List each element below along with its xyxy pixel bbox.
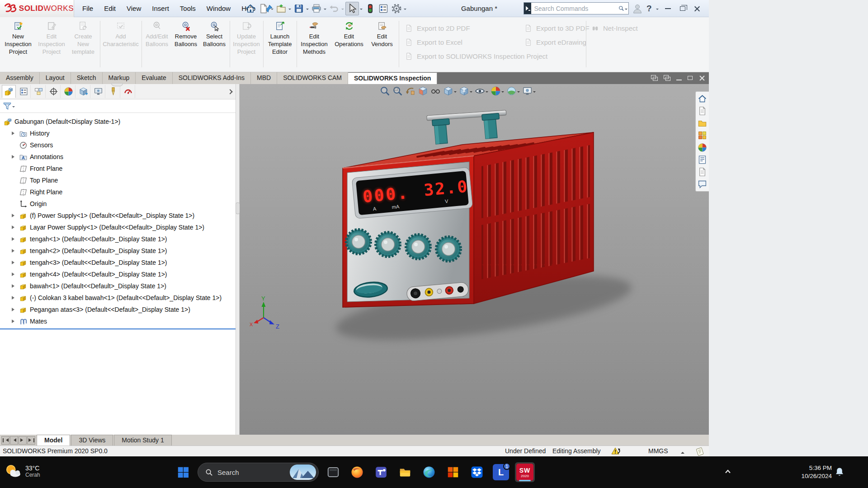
inspection-tab[interactable] [121, 85, 135, 98]
pane-cascade-icon[interactable] [664, 75, 672, 81]
tree-item-layar-power-supply[interactable]: Layar Power Supply<1> (Default<<Default>… [0, 221, 236, 233]
restore-button[interactable] [677, 3, 689, 14]
tree-item-mates[interactable]: Mates [0, 315, 236, 327]
tree-item-top-plane[interactable]: Top Plane [0, 174, 236, 186]
help-dropdown[interactable] [656, 9, 659, 11]
net-inspect-button[interactable]: Net-Inspect [591, 24, 638, 32]
options-dropdown[interactable] [404, 9, 406, 11]
doc-close-button[interactable] [699, 75, 705, 81]
design-library-icon[interactable] [698, 106, 707, 116]
firefox-icon[interactable] [347, 462, 367, 482]
appearances-icon[interactable] [698, 143, 707, 152]
zoom-area-icon[interactable] [392, 86, 403, 96]
tray-chevron-icon[interactable] [723, 467, 732, 476]
launch-template-editor-button[interactable]: Launch Template Editor [266, 21, 294, 56]
taskbar-search[interactable]: Search [198, 463, 319, 482]
cam-tools-tab[interactable] [106, 85, 120, 98]
doc-minimize-button[interactable] [676, 80, 682, 80]
filter-dropdown[interactable] [12, 106, 15, 109]
expand-arrow-icon[interactable] [12, 248, 18, 254]
tab-3d-views[interactable]: 3D Views [71, 435, 113, 446]
edit-appearance-icon[interactable] [491, 86, 504, 96]
tab-model[interactable]: Model [37, 435, 70, 446]
file-explorer-icon[interactable] [395, 462, 415, 482]
tree-item-tengah-1[interactable]: tengah<1> (Default<<Default>_Display Sta… [0, 233, 236, 245]
section-view-icon[interactable] [418, 86, 428, 96]
search-commands-box[interactable] [524, 2, 629, 14]
tree-item-pegangan-atas[interactable]: Pegangan atas<3> (Default<<Default>_Disp… [0, 304, 236, 315]
export-3d-pdf-button[interactable]: Export to 3D PDF [524, 24, 590, 32]
graphics-viewport[interactable]: 000. 32.0 A mA V [240, 84, 709, 435]
units-dropdown-icon[interactable] [681, 450, 684, 454]
tree-item-history[interactable]: History [0, 127, 236, 139]
add-edit-balloons-button[interactable]: Add/Edit Balloons [144, 21, 170, 48]
tab-sketch[interactable]: Sketch [71, 72, 103, 84]
view-palette-icon[interactable] [698, 131, 707, 140]
panel-collapse-handle[interactable] [111, 83, 123, 86]
expand-arrow-icon[interactable] [12, 154, 18, 160]
start-button[interactable] [173, 462, 193, 482]
tab-mbd[interactable]: MBD [251, 72, 277, 84]
save-dropdown[interactable] [306, 9, 309, 11]
window-app-icon[interactable] [323, 462, 343, 482]
print-button[interactable] [310, 2, 323, 15]
edit-inspection-project-button[interactable]: Edit Inspection Project [35, 21, 68, 56]
tree-item-tengah-3[interactable]: tengah<3> (Default<<Default>_Display Sta… [0, 257, 236, 268]
open-dropdown[interactable] [288, 9, 291, 11]
expand-arrow-icon[interactable] [12, 318, 18, 324]
filter-funnel-icon[interactable] [3, 102, 12, 111]
tree-item-origin[interactable]: Origin [0, 198, 236, 210]
view-settings-icon[interactable] [522, 86, 536, 96]
menu-window[interactable]: Window [201, 0, 236, 17]
hide-show-items-icon[interactable] [475, 86, 488, 96]
panel-tabs-overflow-chevron[interactable] [227, 89, 232, 94]
open-button[interactable] [275, 2, 288, 15]
save-button[interactable] [292, 2, 305, 15]
close-button[interactable] [691, 3, 703, 14]
expand-arrow-icon[interactable] [12, 259, 18, 266]
menu-file[interactable]: File [77, 0, 99, 17]
help-button[interactable]: ? [646, 4, 653, 14]
pane-split-icon[interactable] [651, 75, 659, 81]
search-dropdown[interactable] [625, 9, 627, 11]
search-commands-input[interactable] [531, 5, 618, 12]
rebuild-warning-icon[interactable] [611, 447, 621, 456]
edit-inspection-methods-button[interactable]: Edit Inspection Methods [299, 21, 329, 56]
dropbox-icon[interactable] [467, 462, 487, 482]
tree-item-sensors[interactable]: Sensors [0, 139, 236, 151]
tree-item-colokan[interactable]: (-) Colokan 3 kabel bawah<1> (Default<<D… [0, 292, 236, 304]
export-sw-inspection-project-button[interactable]: Export to SOLIDWORKS Inspection Project [405, 52, 547, 60]
tab-evaluate[interactable]: Evaluate [136, 72, 172, 84]
units-selector[interactable]: MMGS [648, 447, 668, 455]
options-button[interactable] [390, 2, 403, 15]
update-inspection-project-button[interactable]: Update Inspection Project [232, 21, 261, 56]
expand-arrow-icon[interactable] [12, 283, 18, 289]
edit-vendors-button[interactable]: Edit Vendors [369, 21, 395, 48]
tab-solidworks-inspection[interactable]: SOLIDWORKS Inspection [348, 72, 437, 84]
weather-widget[interactable]: 33°CCerah [5, 463, 40, 480]
first-tab-button[interactable] [1, 436, 9, 445]
tree-item-annotations[interactable]: Annotations [0, 151, 236, 163]
tree-item-front-plane[interactable]: Front Plane [0, 163, 236, 174]
tab-motion-study-1[interactable]: Motion Study 1 [114, 435, 171, 446]
tree-root[interactable]: Gabungan (Default<Display State-1>) [0, 116, 236, 127]
dynamic-annotation-icon[interactable] [430, 86, 441, 96]
export-edrawing-button[interactable]: Export eDrawing [524, 38, 586, 46]
taskbar-clock[interactable]: 5:36 PM 10/26/2024 [789, 464, 832, 480]
home-button[interactable] [244, 2, 257, 15]
select-button[interactable] [345, 2, 359, 15]
document-templates-icon[interactable] [698, 167, 707, 177]
display-style-icon[interactable] [459, 86, 472, 96]
rebuild-button[interactable] [364, 2, 377, 15]
notifications-bell-icon[interactable] [834, 467, 845, 478]
tab-assembly[interactable]: Assembly [0, 72, 40, 84]
export-excel-button[interactable]: Export to Excel [405, 38, 462, 46]
new-inspection-project-button[interactable]: New Inspection Project [2, 21, 34, 56]
comments-icon[interactable] [698, 179, 707, 189]
tab-solidworks-add-ins[interactable]: SOLIDWORKS Add-Ins [173, 72, 251, 84]
expand-arrow-icon[interactable] [12, 224, 18, 230]
tab-solidworks-cam[interactable]: SOLIDWORKS CAM [277, 72, 348, 84]
zoom-fit-icon[interactable] [380, 86, 390, 96]
expand-arrow-icon[interactable] [12, 236, 18, 242]
propertymanager-tab[interactable] [17, 85, 31, 98]
